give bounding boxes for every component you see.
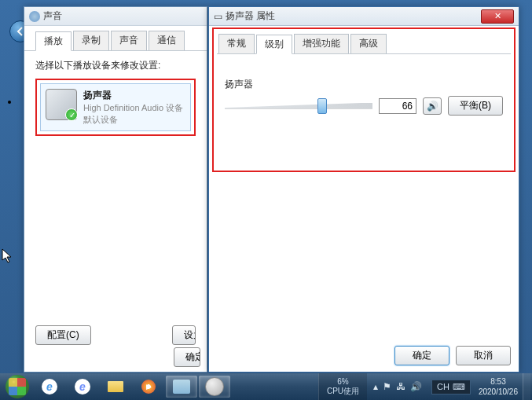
taskbar-explorer[interactable] [100, 376, 131, 398]
clock-time: 8:53 [479, 376, 518, 387]
props-tabs: 常规 级别 增强功能 高级 [217, 32, 511, 54]
cpu-label: CPU使用 [327, 387, 359, 396]
slider-thumb[interactable] [317, 98, 327, 114]
ie-icon: e [42, 379, 57, 394]
ie-icon: e [75, 379, 90, 394]
taskbar-clock[interactable]: 8:53 2020/10/26 [474, 376, 523, 397]
folder-icon [108, 381, 123, 392]
volume-value-input[interactable] [379, 98, 416, 114]
language-indicator[interactable]: CH ⌨ [431, 380, 471, 394]
instruction-text: 选择以下播放设备来修改设置: [35, 59, 196, 72]
windows-logo-icon [6, 375, 29, 398]
device-highlight-box: ✓ 扬声器 High Definition Audio 设备 默认设备 [35, 79, 196, 136]
props-window-title: 扬声器 属性 [226, 9, 275, 23]
ime-icon: ⌨ [453, 382, 465, 392]
tab-enhancements[interactable]: 增强功能 [294, 34, 349, 53]
tab-playback[interactable]: 播放 [35, 31, 72, 51]
sound-window-titlebar: 声音 [24, 7, 207, 26]
taskbar-ie[interactable]: e [34, 376, 65, 398]
set-default-button[interactable]: 设为 [172, 325, 196, 345]
taskbar: e e ▶ 6% CPU使用 ▴ ⚑ 🖧 🔊 CH ⌨ 8:53 2020/10… [0, 373, 532, 400]
tray-volume-icon[interactable]: 🔊 [410, 381, 422, 392]
cpu-meter[interactable]: 6% CPU使用 [318, 373, 367, 400]
tab-levels[interactable]: 级别 [256, 35, 292, 54]
speaker-properties-window: ▭ 扬声器 属性 ✕ 常规 级别 增强功能 高级 扬声器 🔊 [208, 6, 519, 372]
taskbar-ie2[interactable]: e [67, 376, 98, 398]
tray-chevron-up-icon[interactable]: ▴ [373, 381, 378, 392]
mouse-cursor [2, 248, 14, 267]
clock-date: 2020/10/26 [479, 387, 518, 397]
cpu-percent: 6% [327, 377, 359, 387]
configure-button[interactable]: 配置(C) [35, 325, 91, 345]
tray-flag-icon[interactable]: ⚑ [383, 381, 391, 392]
slider-label: 扬声器 [225, 78, 503, 91]
volume-slider[interactable] [225, 98, 372, 114]
props-ok-button[interactable]: 确定 [394, 346, 449, 365]
volume-round-icon [205, 377, 224, 396]
close-icon: ✕ [494, 11, 501, 21]
props-cancel-button[interactable]: 取消 [456, 346, 511, 365]
props-titlebar: ▭ 扬声器 属性 ✕ [209, 7, 519, 26]
speaker-icon: ✓ [46, 89, 77, 120]
tab-advanced[interactable]: 高级 [350, 34, 387, 53]
sound-tabs: 播放 录制 声音 通信 [24, 26, 207, 51]
sound-icon [29, 11, 40, 22]
mute-button[interactable]: 🔊 [423, 97, 442, 115]
balance-button[interactable]: 平衡(B) [448, 96, 503, 116]
props-document-icon: ▭ [214, 11, 222, 22]
sound-ok-button[interactable]: 确定 [174, 347, 200, 367]
tab-recording[interactable]: 录制 [73, 31, 109, 50]
device-item-speakers[interactable]: ✓ 扬声器 High Definition Audio 设备 默认设备 [40, 83, 191, 131]
device-name: 扬声器 [83, 89, 183, 102]
taskbar-sound-settings[interactable] [199, 376, 230, 398]
mixer-icon [173, 380, 190, 394]
media-player-icon: ▶ [141, 380, 156, 394]
bullet-marker [8, 101, 11, 104]
sound-window: 声音 播放 录制 声音 通信 选择以下播放设备来修改设置: ✓ 扬声器 High… [24, 6, 207, 372]
tray-network-icon[interactable]: 🖧 [396, 381, 405, 392]
close-button[interactable]: ✕ [481, 9, 514, 24]
props-highlight-box: 常规 级别 增强功能 高级 扬声器 🔊 平衡(B) [212, 28, 515, 172]
speaker-volume-icon: 🔊 [427, 101, 438, 112]
device-sub2: 默认设备 [83, 114, 183, 126]
device-sub1: High Definition Audio 设备 [83, 102, 183, 114]
taskbar-volume-mixer[interactable] [166, 376, 197, 398]
start-button[interactable] [2, 373, 33, 400]
show-desktop-button[interactable] [523, 373, 530, 400]
tab-communications[interactable]: 通信 [149, 31, 185, 50]
tab-sounds[interactable]: 声音 [111, 31, 147, 50]
tab-general[interactable]: 常规 [218, 34, 255, 53]
taskbar-media-player[interactable]: ▶ [133, 376, 164, 398]
sound-window-title: 声音 [43, 9, 62, 23]
